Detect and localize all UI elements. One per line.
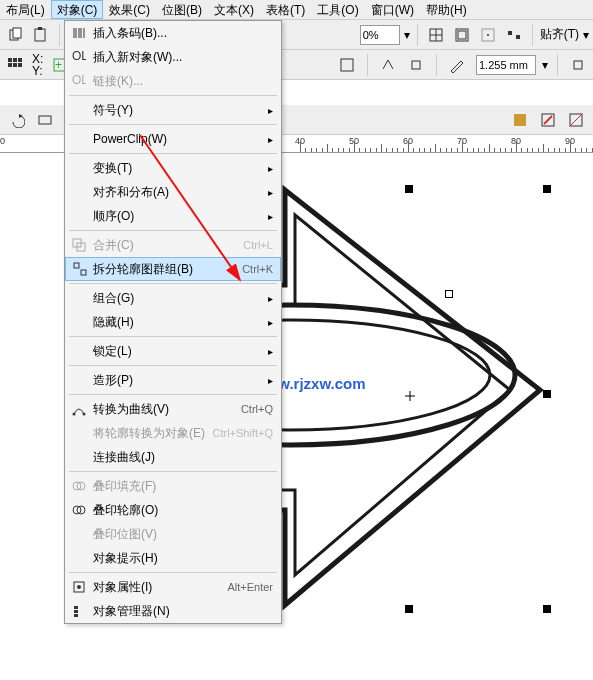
snap-grid-button[interactable] <box>425 24 447 46</box>
menu-object-properties[interactable]: 对象属性(I)Alt+Enter <box>65 575 281 599</box>
svg-point-46 <box>83 413 86 416</box>
no-fill-button[interactable] <box>565 109 587 131</box>
contour-steps-button[interactable] <box>405 54 427 76</box>
svg-rect-23 <box>574 61 582 69</box>
svg-text:+: + <box>55 58 62 72</box>
svg-rect-14 <box>13 58 17 62</box>
menu-symbol[interactable]: 符号(Y)▸ <box>65 98 281 122</box>
menu-convert-curves[interactable]: 转换为曲线(V)Ctrl+Q <box>65 397 281 421</box>
svg-rect-16 <box>8 63 12 67</box>
menu-shaping[interactable]: 造形(P)▸ <box>65 368 281 392</box>
outline-width-input[interactable] <box>476 55 536 75</box>
snap-objects-button[interactable] <box>477 24 499 46</box>
svg-rect-1 <box>13 28 21 38</box>
menu-overprint-outline[interactable]: 叠印轮廓(O) <box>65 498 281 522</box>
dropdown-arrow-icon[interactable]: ▾ <box>542 58 548 72</box>
submenu-arrow-icon: ▸ <box>268 163 273 174</box>
menu-help[interactable]: 帮助(H) <box>420 0 473 19</box>
menu-effects[interactable]: 效果(C) <box>103 0 156 19</box>
selection-handle-br[interactable] <box>543 605 551 613</box>
grid-tool-button[interactable] <box>4 54 26 76</box>
object-menu-dropdown: 插入条码(B)... OLE插入新对象(W)... OLE链接(K)... 符号… <box>64 20 282 624</box>
fill-color-button[interactable] <box>509 109 531 131</box>
node-handle[interactable] <box>445 290 453 298</box>
svg-rect-3 <box>38 27 42 30</box>
menu-powerclip[interactable]: PowerClip(W)▸ <box>65 127 281 151</box>
svg-text:OLE: OLE <box>72 50 86 63</box>
dropdown-arrow-icon[interactable]: ▾ <box>583 28 589 42</box>
menu-object[interactable]: 对象(C) <box>51 0 104 19</box>
menu-layout[interactable]: 布局(L) <box>0 0 51 19</box>
menu-outline-to-object: 将轮廓转换为对象(E)Ctrl+Shift+Q <box>65 421 281 445</box>
submenu-arrow-icon: ▸ <box>268 211 273 222</box>
svg-rect-11 <box>508 31 512 35</box>
svg-rect-2 <box>35 29 45 41</box>
svg-line-28 <box>570 114 582 126</box>
svg-rect-22 <box>412 61 420 69</box>
contour-direction-button[interactable] <box>377 54 399 76</box>
submenu-arrow-icon: ▸ <box>268 105 273 116</box>
y-label: Y: <box>32 65 43 77</box>
props-icon <box>71 579 87 595</box>
selection-handle-tr[interactable] <box>543 185 551 193</box>
rect-tool-button[interactable] <box>34 109 56 131</box>
svg-rect-17 <box>13 63 17 67</box>
menu-insert-object[interactable]: OLE插入新对象(W)... <box>65 45 281 69</box>
svg-rect-18 <box>18 63 22 67</box>
svg-rect-44 <box>81 270 86 275</box>
svg-rect-54 <box>74 610 78 613</box>
svg-rect-43 <box>74 263 79 268</box>
outline-pen-button[interactable] <box>446 54 468 76</box>
manager-icon <box>71 603 87 619</box>
copy-button[interactable] <box>4 24 26 46</box>
snap-label[interactable]: 贴齐(T) <box>540 26 579 43</box>
menu-transform[interactable]: 变换(T)▸ <box>65 156 281 180</box>
outline-color-button[interactable] <box>537 109 559 131</box>
edge-button[interactable] <box>567 54 589 76</box>
barcode-icon <box>71 25 87 41</box>
menu-bitmap[interactable]: 位图(B) <box>156 0 208 19</box>
svg-rect-53 <box>74 606 78 609</box>
menu-window[interactable]: 窗口(W) <box>365 0 420 19</box>
menu-object-manager[interactable]: 对象管理器(N) <box>65 599 281 623</box>
overfill-icon <box>71 478 87 494</box>
menu-join-curves[interactable]: 连接曲线(J) <box>65 445 281 469</box>
snap-dynamic-button[interactable] <box>503 24 525 46</box>
svg-rect-24 <box>39 116 51 124</box>
paste-button[interactable] <box>30 24 52 46</box>
svg-rect-13 <box>8 58 12 62</box>
zoom-input[interactable] <box>360 25 400 45</box>
menu-text[interactable]: 文本(X) <box>208 0 260 19</box>
menu-order[interactable]: 顺序(O)▸ <box>65 204 281 228</box>
undo-action-button[interactable] <box>6 109 28 131</box>
svg-point-52 <box>77 585 81 589</box>
selection-handle-tm[interactable] <box>405 185 413 193</box>
menu-break-apart[interactable]: 拆分轮廓图群组(B)Ctrl+K <box>65 257 281 281</box>
menu-group[interactable]: 组合(G)▸ <box>65 286 281 310</box>
menu-insert-barcode[interactable]: 插入条码(B)... <box>65 21 281 45</box>
menu-links: OLE链接(K)... <box>65 69 281 93</box>
submenu-arrow-icon: ▸ <box>268 375 273 386</box>
svg-rect-12 <box>516 35 520 39</box>
menu-table[interactable]: 表格(T) <box>260 0 311 19</box>
svg-rect-25 <box>514 114 526 126</box>
overoutline-icon <box>71 502 87 518</box>
selection-center[interactable] <box>405 390 415 400</box>
menu-tools[interactable]: 工具(O) <box>311 0 364 19</box>
menu-object-hinting[interactable]: 对象提示(H) <box>65 546 281 570</box>
ole-new-icon: OLE <box>71 49 87 65</box>
snap-guides-button[interactable] <box>451 24 473 46</box>
svg-rect-55 <box>74 614 78 617</box>
combine-icon <box>71 237 87 253</box>
wrap-button[interactable] <box>336 54 358 76</box>
menu-overprint-bitmap: 叠印位图(V) <box>65 522 281 546</box>
dropdown-arrow-icon[interactable]: ▾ <box>404 28 410 42</box>
submenu-arrow-icon: ▸ <box>268 317 273 328</box>
selection-handle-bm[interactable] <box>405 605 413 613</box>
menu-align-distribute[interactable]: 对齐和分布(A)▸ <box>65 180 281 204</box>
svg-text:OLE: OLE <box>72 74 86 87</box>
menu-hide[interactable]: 隐藏(H)▸ <box>65 310 281 334</box>
selection-handle-mr[interactable] <box>543 390 551 398</box>
menu-lock[interactable]: 锁定(L)▸ <box>65 339 281 363</box>
convert-icon <box>71 401 87 417</box>
